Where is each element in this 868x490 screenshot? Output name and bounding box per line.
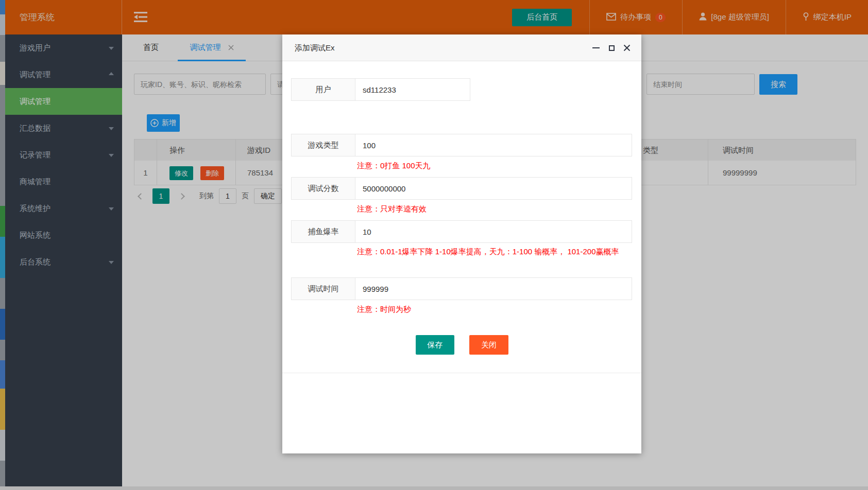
close-button[interactable]: 关闭 — [469, 335, 508, 355]
fish-rate-note: 注意：0.01-1爆率下降 1-10爆率提高，天九：1-100 输概率， 101… — [357, 244, 629, 259]
add-debug-modal: 添加调试Ex 用户 游戏类型 注意：0打鱼 100天九 调试分数 — [282, 34, 641, 453]
debug-time-field-label: 调试时间 — [291, 277, 355, 300]
field-row-fish-rate: 捕鱼爆率 — [291, 220, 632, 243]
fish-rate-field-label: 捕鱼爆率 — [291, 220, 355, 243]
modal-title: 添加调试Ex — [295, 43, 335, 52]
debug-score-field-input[interactable] — [355, 177, 632, 200]
user-field-label: 用户 — [291, 78, 355, 101]
debug-time-field-input[interactable] — [355, 277, 632, 300]
field-row-game-type: 游戏类型 — [291, 134, 632, 156]
minimize-icon[interactable] — [589, 34, 603, 61]
user-field-input[interactable] — [355, 78, 470, 101]
game-type-field-label: 游戏类型 — [291, 134, 355, 156]
maximize-icon[interactable] — [604, 34, 619, 61]
screen: 管理系统 后台首页 待办事项 0 — [0, 0, 868, 490]
save-button[interactable]: 保存 — [416, 335, 454, 355]
close-icon[interactable] — [620, 34, 634, 61]
game-type-note: 注意：0打鱼 100天九 — [357, 159, 431, 173]
game-type-field-input[interactable] — [355, 134, 632, 156]
modal-footer-divider — [282, 373, 641, 373]
field-row-debug-time: 调试时间 — [291, 277, 632, 300]
fish-rate-field-input[interactable] — [355, 220, 632, 243]
debug-score-note: 注意：只对李逵有效 — [357, 202, 427, 216]
field-row-user: 用户 — [291, 78, 470, 101]
field-row-debug-score: 调试分数 — [291, 177, 632, 200]
debug-score-field-label: 调试分数 — [291, 177, 355, 200]
debug-time-note: 注意：时间为秒 — [357, 302, 411, 317]
modal-body: 用户 游戏类型 注意：0打鱼 100天九 调试分数 注意：只对李逵有效 捕鱼爆率… — [282, 61, 641, 453]
modal-header[interactable]: 添加调试Ex — [282, 34, 641, 61]
